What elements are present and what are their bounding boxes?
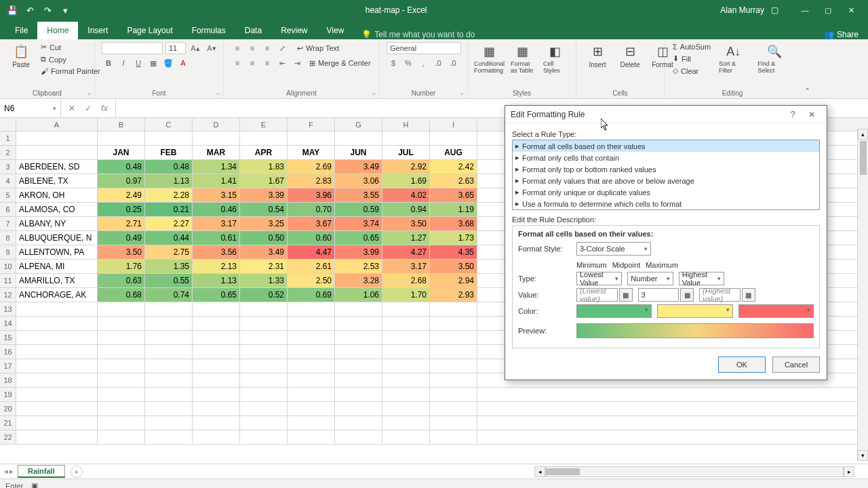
cell[interactable] <box>335 388 382 401</box>
format-painter-button[interactable]: 🖌Format Painter <box>39 66 102 76</box>
cell[interactable] <box>98 331 145 344</box>
cell[interactable]: 1.69 <box>382 174 430 188</box>
copy-button[interactable]: ⧉Copy <box>39 54 102 64</box>
currency-icon[interactable]: $ <box>387 57 400 69</box>
cell[interactable] <box>382 430 430 444</box>
rule-type-item[interactable]: ▸Format only cells that contain <box>513 152 819 163</box>
scroll-thumb[interactable] <box>860 141 867 175</box>
tab-formulas[interactable]: Formulas <box>182 22 235 39</box>
cell[interactable]: 2.31 <box>240 260 288 273</box>
cell[interactable]: 3.06 <box>335 174 382 188</box>
row-header[interactable]: 18 <box>0 373 16 387</box>
row-header[interactable]: 1 <box>0 131 16 145</box>
scroll-left-icon[interactable]: ◂ <box>534 466 545 477</box>
cell[interactable]: 0.48 <box>145 160 193 174</box>
cell[interactable]: ALBUQUERQUE, N <box>16 231 98 245</box>
cell[interactable]: 2.49 <box>98 188 145 202</box>
sheet-tab[interactable]: Rainfall <box>18 465 65 478</box>
cell[interactable] <box>335 402 382 415</box>
cell[interactable] <box>98 302 145 316</box>
cell[interactable]: 2.61 <box>288 260 335 273</box>
cell[interactable]: 2.68 <box>382 274 430 287</box>
cancel-button[interactable]: Cancel <box>772 357 820 373</box>
cell[interactable] <box>382 331 430 344</box>
autosum-button[interactable]: ΣAutoSum <box>671 42 712 52</box>
cell[interactable]: 0.25 <box>98 203 145 216</box>
indent-decrease-icon[interactable]: ⇤ <box>275 57 289 69</box>
cell[interactable]: 2.75 <box>145 245 193 259</box>
cell[interactable]: 2.71 <box>98 217 145 230</box>
cell[interactable]: 0.65 <box>193 288 240 302</box>
cell[interactable] <box>335 373 382 387</box>
number-format-select[interactable]: General <box>387 42 461 54</box>
cell[interactable] <box>145 388 193 401</box>
cell[interactable] <box>98 416 145 430</box>
cell[interactable] <box>335 416 382 430</box>
cell[interactable] <box>288 388 335 401</box>
cell[interactable]: 3.50 <box>382 217 430 230</box>
column-header[interactable]: A <box>16 118 98 131</box>
cell[interactable]: 1.76 <box>98 260 145 273</box>
max-color-select[interactable] <box>738 304 814 318</box>
cell[interactable] <box>240 416 288 430</box>
cell[interactable] <box>145 317 193 330</box>
cell[interactable]: AKRON, OH <box>16 188 98 202</box>
cell[interactable]: 2.13 <box>193 260 240 273</box>
mid-value-input[interactable]: 3 <box>638 288 679 302</box>
border-icon[interactable]: ▦ <box>146 57 160 69</box>
percent-icon[interactable]: % <box>401 57 415 69</box>
row-header[interactable]: 21 <box>0 416 16 430</box>
row-header[interactable]: 11 <box>0 274 16 287</box>
row-header[interactable]: 17 <box>0 359 16 373</box>
cell[interactable] <box>16 131 98 145</box>
horizontal-scrollbar[interactable] <box>545 466 844 477</box>
cell[interactable]: 2.94 <box>430 274 477 287</box>
increase-decimal-icon[interactable]: .0 <box>431 57 445 69</box>
cell[interactable] <box>193 317 240 330</box>
cell[interactable]: AUG <box>430 146 477 159</box>
cell[interactable] <box>382 388 430 401</box>
cell[interactable]: ALPENA, MI <box>16 260 98 273</box>
cell[interactable] <box>430 388 477 401</box>
cell[interactable] <box>382 402 430 415</box>
cell[interactable]: JUL <box>382 146 430 159</box>
cell[interactable]: 3.49 <box>240 245 288 259</box>
ribbon-display-icon[interactable]: ▢ <box>771 5 778 15</box>
range-picker-icon[interactable]: ▦ <box>680 288 694 302</box>
cell[interactable]: 3.96 <box>288 188 335 202</box>
cell[interactable]: 1.19 <box>430 203 477 216</box>
cell[interactable]: 1.06 <box>335 288 382 302</box>
cell[interactable]: 0.48 <box>98 160 145 174</box>
cell[interactable]: 3.67 <box>288 217 335 230</box>
cell[interactable] <box>16 345 98 359</box>
row-header[interactable]: 15 <box>0 331 16 344</box>
column-header[interactable]: G <box>335 118 382 131</box>
cell[interactable]: 0.65 <box>335 231 382 245</box>
row-header[interactable]: 10 <box>0 260 16 273</box>
cell[interactable] <box>16 359 98 373</box>
cell[interactable]: 2.83 <box>288 174 335 188</box>
cell[interactable]: 1.34 <box>193 160 240 174</box>
mid-type-select[interactable]: Number <box>627 272 673 285</box>
cell[interactable]: 3.65 <box>430 188 477 202</box>
save-icon[interactable]: 💾 <box>5 3 19 17</box>
cell[interactable]: APR <box>240 146 288 159</box>
mid-color-select[interactable] <box>657 304 732 318</box>
cell[interactable] <box>145 302 193 316</box>
cell[interactable]: 3.68 <box>430 217 477 230</box>
column-header[interactable]: D <box>193 118 240 131</box>
cell[interactable]: FEB <box>145 146 193 159</box>
row-header[interactable]: 6 <box>0 203 16 216</box>
row-header[interactable]: 3 <box>0 160 16 174</box>
cell[interactable]: ALAMOSA, CO <box>16 203 98 216</box>
row-header[interactable]: 16 <box>0 345 16 359</box>
cell[interactable] <box>335 331 382 344</box>
cell[interactable]: MAR <box>193 146 240 159</box>
close-dialog-icon[interactable]: ✕ <box>802 110 821 119</box>
cell[interactable] <box>193 345 240 359</box>
cell[interactable] <box>335 302 382 316</box>
cell[interactable] <box>288 317 335 330</box>
cell[interactable] <box>382 373 430 387</box>
column-header[interactable]: E <box>240 118 288 131</box>
cell[interactable]: 3.15 <box>193 188 240 202</box>
